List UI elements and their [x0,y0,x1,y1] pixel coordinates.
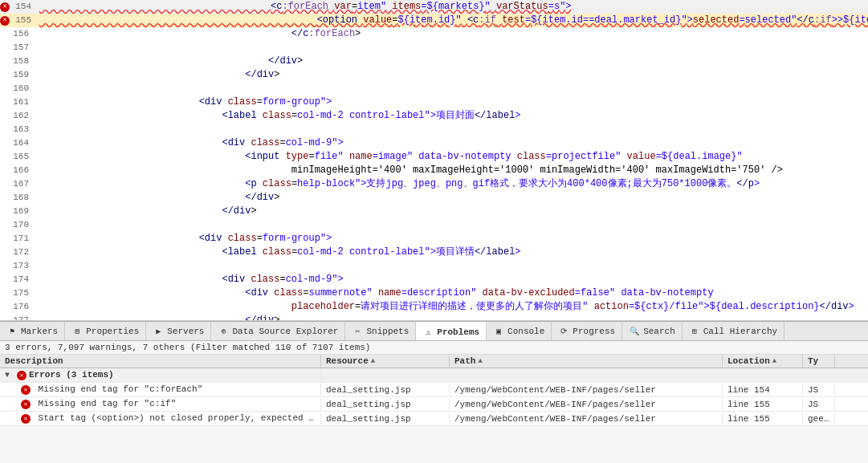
line-number: 177 [9,314,29,321]
cell-resource: deal_setting.jsp [321,413,450,424]
group-header-errors[interactable]: ▼ ✕Errors (3 items) [0,368,868,383]
tab-progress[interactable]: ⟳Progress [552,322,622,340]
code-content: placeholder=请对项目进行详细的描述，使更多的人了解你的项目" act… [32,300,868,314]
code-content: <div class=form-group"> [32,95,868,109]
cell-location: line 154 [723,384,803,396]
line-number-area: 171 [0,232,32,246]
line-number: 156 [9,27,29,41]
servers-icon: ▶ [153,326,164,337]
console-icon: ▣ [493,326,504,337]
bottom-panel: ⚑Markers⊞Properties▶Servers⊕Data Source … [0,321,868,463]
table-header: DescriptionResource ▲Path ▲Location ▲Ty [0,355,868,368]
tab-bar: ⚑Markers⊞Properties▶Servers⊕Data Source … [0,322,868,341]
line-number: 174 [9,273,29,286]
tab-problems[interactable]: ⚠Problems [416,322,487,340]
cell-resource: deal_setting.jsp [321,384,450,396]
line-number-area: 165 [0,150,32,164]
line-number: 167 [9,177,29,191]
markers-label: Markers [21,327,58,336]
table-row[interactable]: ✕ Start tag (<option>) not closed proper… [0,412,868,426]
header-type[interactable]: Ty [803,355,835,368]
code-content: <p class=help-block">支持jpg、jpeg、png、gif格… [32,177,868,191]
callhierarchy-label: Call Hierarchy [703,327,777,336]
header-path[interactable]: Path ▲ [450,355,723,368]
line-number: 155 [11,14,31,27]
tab-search[interactable]: 🔍Search [622,322,683,340]
row-error-icon: ✕ [21,414,31,424]
cell-description: ✕ Missing end tag for "c:forEach" [0,384,321,396]
tab-datasource[interactable]: ⊕Data Source Explorer [211,322,345,340]
line-number-area: 158 [0,55,32,68]
tab-markers[interactable]: ⚑Markers [0,322,65,340]
code-content: <input type=file" name=image" data-bv-no… [32,150,868,164]
line-number: 163 [9,123,29,136]
table-row[interactable]: ✕ Missing end tag for "c:forEach"deal_se… [0,383,868,397]
code-line-171: 171 <div class=form-group"> [0,232,868,246]
tab-console[interactable]: ▣Console [487,322,552,340]
code-content: </div> [32,205,868,218]
code-line-173: 173 [0,259,868,273]
properties-label: Properties [86,327,139,336]
code-content: </div> [32,55,868,68]
line-number: 170 [9,218,29,232]
cell-path: /ymeng/WebContent/WEB-INF/pages/seller [450,384,723,396]
tab-snippets[interactable]: ✂Snippets [345,322,416,340]
line-number: 173 [9,259,29,273]
line-number-area: 159 [0,68,32,82]
code-content: </div> [32,191,868,205]
line-number: 154 [11,0,31,14]
row-error-icon: ✕ [21,400,31,409]
line-number-area: 173 [0,259,32,273]
header-location[interactable]: Location ▲ [723,355,803,368]
line-number-area: 163 [0,123,32,136]
progress-icon: ⟳ [558,326,569,337]
line-number: 161 [9,95,29,109]
line-number: 176 [9,300,29,314]
line-number-area: 162 [0,109,32,123]
table-body: ▼ ✕Errors (3 items)✕ Missing end tag for… [0,368,868,463]
table-row[interactable]: ✕ Missing end tag for "c:if"deal_setting… [0,397,868,412]
code-line-161: 161 <div class=form-group"> [0,95,868,109]
problems-label: Problems [437,327,479,337]
code-content: <div class=col-md-9"> [32,136,868,150]
code-editor: ✕154 <c:forEach var=item" items=${market… [0,0,868,321]
code-line-157: 157 [0,41,868,55]
search-label: Search [643,327,675,336]
cell-type: JS [803,399,835,410]
line-number: 162 [9,109,29,123]
line-number-area: 169 [0,205,32,218]
code-line-167: 167 <p class=help-block">支持jpg、jpeg、png、… [0,177,868,191]
code-content: </c:forEach> [32,27,868,41]
cell-description: ✕ Start tag (<option>) not closed proper… [0,412,321,424]
tab-callhierarchy[interactable]: ⊞Call Hierarchy [683,322,784,340]
cell-description: ✕ Missing end tag for "c:if" [0,398,321,410]
code-content: <div class=form-group"> [32,232,868,246]
code-line-163: 163 [0,123,868,136]
line-number: 168 [9,191,29,205]
code-content: </div> [32,314,868,321]
error-icon: ✕ [0,2,10,12]
problems-icon: ⚠ [422,327,434,338]
tab-servers[interactable]: ▶Servers [146,322,211,340]
line-number: 166 [9,164,29,177]
code-line-168: 168 </div> [0,191,868,205]
code-content: <div class=col-md-9"> [32,273,868,286]
header-description[interactable]: Description [0,355,321,368]
markers-icon: ⚑ [6,326,18,337]
code-line-169: 169 </div> [0,205,868,218]
line-number-area: 174 [0,273,32,286]
header-resource[interactable]: Resource ▲ [321,355,450,368]
search-icon: 🔍 [629,326,640,337]
line-number-area: ✕154 [0,0,35,14]
line-number-area: ✕155 [0,14,35,27]
code-content: minImageHeight='400' maxImageHeight='100… [32,164,868,177]
row-error-icon: ✕ [21,385,31,395]
code-line-154: ✕154 <c:forEach var=item" items=${market… [0,0,868,14]
tab-properties[interactable]: ⊞Properties [65,322,146,340]
cell-path: /ymeng/WebContent/WEB-INF/pages/seller [450,399,723,410]
line-number: 159 [9,68,29,82]
line-number-area: 166 [0,164,32,177]
line-number-area: 164 [0,136,32,150]
line-number-area: 168 [0,191,32,205]
line-number-area: 167 [0,177,32,191]
